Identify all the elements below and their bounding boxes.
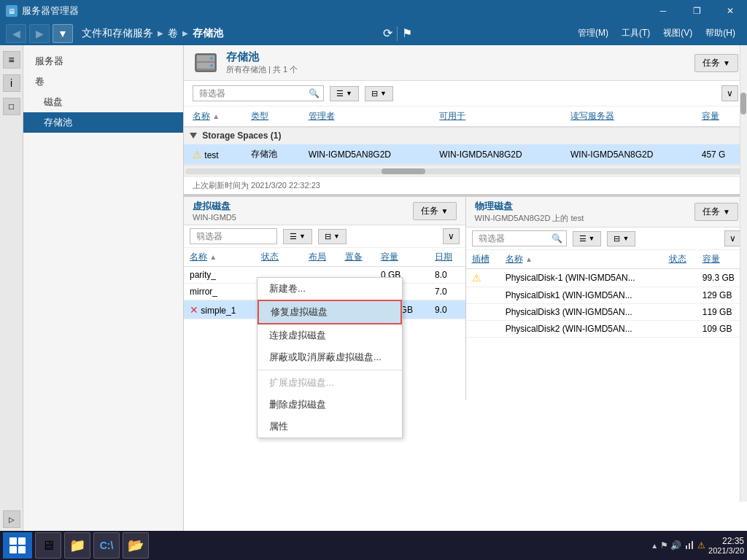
breadcrumb-item-2[interactable]: 卷 bbox=[168, 27, 178, 40]
vd-name-2: ✕ simple_1 bbox=[184, 300, 255, 319]
ctx-item-new-volume[interactable]: 新建卷... bbox=[258, 278, 402, 300]
breadcrumb-item-1[interactable]: 文件和存储服务 bbox=[82, 27, 153, 40]
pd-table-scroll[interactable]: 插槽 名称 ▲ 状态 容量 ⚠ PhysicalDisk-1 (WIN-IGMD… bbox=[466, 250, 748, 400]
vd-col-layout[interactable]: 状态 bbox=[255, 248, 303, 267]
taskbar-app-files[interactable]: 📂 bbox=[123, 532, 149, 559]
taskbar-app-explorer[interactable]: 🖥 bbox=[35, 532, 61, 559]
pd-list-btn[interactable]: ☰ ▼ bbox=[573, 231, 602, 246]
grid-btn-arrow: ▼ bbox=[380, 90, 387, 97]
section-subtitle: 所有存储池 | 共 1 个 bbox=[226, 64, 298, 75]
sidebar-icon-0[interactable]: ≡ bbox=[3, 51, 20, 69]
view-grid-btn[interactable]: ⊟ ▼ bbox=[365, 86, 393, 101]
pool-capacity: 457 G bbox=[693, 144, 747, 165]
svg-rect-6 bbox=[689, 543, 690, 549]
taskbar-app-cmd[interactable]: C:\ bbox=[93, 532, 120, 559]
taskbar-app-folder[interactable]: 📁 bbox=[64, 532, 90, 559]
sidebar-expand-btn[interactable]: ▷ bbox=[3, 510, 20, 528]
storage-pool-table-scroll[interactable]: 名称 ▲ 类型 管理者 可用于 读写服务器 容量 Storage S bbox=[184, 106, 747, 165]
breadcrumb-item-3[interactable]: 存储池 bbox=[193, 27, 223, 40]
pd-expand-btn[interactable]: ∨ bbox=[724, 230, 741, 246]
col-name[interactable]: 名称 ▲ bbox=[184, 106, 242, 127]
sidebar-item-storage-pool[interactable]: 存储池 bbox=[23, 112, 183, 133]
sidebar-item-server[interactable]: 服务器 bbox=[23, 51, 183, 71]
menu-manage[interactable]: 管理(M) bbox=[572, 24, 614, 42]
vd-col-name[interactable]: 名称 ▲ bbox=[184, 248, 255, 267]
pd-col-slot[interactable]: 插槽 bbox=[466, 250, 500, 269]
col-type[interactable]: 类型 bbox=[242, 106, 300, 127]
dropdown-button[interactable]: ▼ bbox=[53, 24, 73, 43]
menu-tools[interactable]: 工具(T) bbox=[616, 24, 656, 42]
vd-filter-input[interactable] bbox=[190, 228, 277, 244]
menu-bar: ◀ ▶ ▼ 文件和存储服务 ▶ 卷 ▶ 存储池 ⟳ ⚑ 管理(M) 工具(T) … bbox=[0, 22, 747, 45]
ctx-item-hide[interactable]: 屏蔽或取消屏蔽虚拟磁盘... bbox=[258, 346, 402, 368]
vd-col-provision2[interactable]: 置备 bbox=[339, 248, 375, 267]
ctx-item-properties[interactable]: 属性 bbox=[258, 416, 402, 438]
pd-col-name[interactable]: 名称 ▲ bbox=[500, 250, 663, 269]
pd-warn-icon-0: ⚠ bbox=[472, 272, 481, 284]
pd-title: 物理磁盘 bbox=[475, 200, 584, 213]
pd-row-1[interactable]: PhysicalDisk1 (WIN-IGMD5AN... 129 GB bbox=[466, 287, 748, 304]
view-list-btn[interactable]: ☰ ▼ bbox=[330, 86, 359, 101]
tasks-button[interactable]: 任务 ▼ bbox=[694, 54, 738, 72]
tray-flag-icon[interactable]: ⚑ bbox=[660, 540, 668, 551]
flag-icon[interactable]: ⚑ bbox=[402, 26, 412, 40]
group-expand-icon[interactable] bbox=[190, 133, 197, 139]
minimize-button[interactable]: ─ bbox=[646, 0, 680, 22]
virtual-disk-section: 虚拟磁盘 WIN-IGMD5 任务 ▼ ☰ ▼ bbox=[184, 197, 466, 400]
tray-up-arrow[interactable]: ▲ bbox=[651, 542, 658, 550]
vd-grid-btn[interactable]: ⊟ ▼ bbox=[318, 229, 347, 244]
pool-rw: WIN-IGMD5AN8G2D bbox=[562, 144, 693, 165]
menu-view[interactable]: 视图(V) bbox=[657, 24, 698, 42]
section-expand-btn[interactable]: ∨ bbox=[721, 85, 738, 101]
forward-button[interactable]: ▶ bbox=[29, 24, 50, 43]
ctx-item-connect[interactable]: 连接虚拟磁盘 bbox=[258, 324, 402, 346]
refresh-icon[interactable]: ⟳ bbox=[383, 26, 392, 40]
filter-input[interactable] bbox=[193, 85, 324, 101]
sidebar-item-volumes[interactable]: 卷 bbox=[23, 71, 183, 92]
vd-filter-bar: ☰ ▼ ⊟ ▼ ∨ bbox=[184, 225, 465, 248]
tray-speaker-icon[interactable]: 🔊 bbox=[670, 540, 681, 551]
scroll-thumb[interactable] bbox=[382, 168, 425, 174]
filter-bar: 🔍 ☰ ▼ ⊟ ▼ ∨ bbox=[184, 81, 747, 106]
vd-col-used[interactable]: 日期 bbox=[429, 248, 465, 267]
col-capacity[interactable]: 容量 bbox=[693, 106, 747, 127]
sidebar-icon-1[interactable]: i bbox=[3, 74, 20, 92]
ctx-item-delete[interactable]: 删除虚拟磁盘 bbox=[258, 394, 402, 416]
last-refresh: 上次刷新时间为 2021/3/20 22:32:23 bbox=[184, 176, 747, 194]
pd-row-0[interactable]: ⚠ PhysicalDisk-1 (WIN-IGMD5AN... 99.3 GB bbox=[466, 269, 748, 287]
col-available[interactable]: 可用于 bbox=[430, 106, 562, 127]
pd-col-status[interactable]: 状态 bbox=[663, 250, 697, 269]
pd-tasks-button[interactable]: 任务 ▼ bbox=[694, 203, 738, 221]
close-button[interactable]: ✕ bbox=[713, 0, 747, 22]
pd-row-2[interactable]: PhysicalDisk3 (WIN-IGMD5AN... 119 GB bbox=[466, 304, 748, 321]
grid-icon: ⊟ bbox=[371, 89, 378, 98]
physical-disk-table: 插槽 名称 ▲ 状态 容量 ⚠ PhysicalDisk-1 (WIN-IGMD… bbox=[466, 250, 748, 338]
col-rw-server[interactable]: 读写服务器 bbox=[562, 106, 693, 127]
vd-col-capacity[interactable]: 容量 bbox=[375, 248, 429, 267]
menu-help[interactable]: 帮助(H) bbox=[700, 24, 741, 42]
v-scrollbar[interactable] bbox=[740, 45, 747, 502]
vd-expand-btn[interactable]: ∨ bbox=[443, 228, 460, 244]
sidebar-item-disks[interactable]: 磁盘 bbox=[23, 92, 183, 112]
ctx-item-extend[interactable]: 扩展虚拟磁盘... bbox=[258, 372, 402, 394]
pd-grid-btn[interactable]: ⊟ ▼ bbox=[607, 231, 635, 246]
back-button[interactable]: ◀ bbox=[6, 24, 26, 43]
sidebar-icon-2[interactable]: □ bbox=[3, 98, 20, 115]
vd-subtitle: WIN-IGMD5 bbox=[193, 213, 236, 222]
table-row[interactable]: ⚠ test 存储池 WIN-IGMD5AN8G2D WIN-IGMD5AN8G… bbox=[184, 144, 747, 165]
time-display[interactable]: 22:35 2021/3/20 bbox=[708, 536, 744, 555]
svg-point-3 bbox=[210, 57, 213, 60]
start-button[interactable] bbox=[3, 532, 32, 559]
tray-network-icon[interactable] bbox=[684, 540, 695, 552]
restore-button[interactable]: ❐ bbox=[680, 0, 713, 22]
v-scroll-thumb[interactable] bbox=[740, 93, 746, 114]
ctx-item-repair[interactable]: 修复虚拟磁盘 bbox=[258, 300, 402, 324]
tray-warning-icon[interactable]: ⚠ bbox=[697, 540, 705, 551]
col-manager[interactable]: 管理者 bbox=[300, 106, 431, 127]
h-scrollbar[interactable] bbox=[184, 165, 747, 176]
vd-tasks-button[interactable]: 任务 ▼ bbox=[413, 202, 457, 220]
pd-row-3[interactable]: PhysicalDisk2 (WIN-IGMD5AN... 109 GB bbox=[466, 321, 748, 338]
vd-list-btn[interactable]: ☰ ▼ bbox=[283, 229, 312, 244]
vd-col-provision[interactable]: 布局 bbox=[303, 248, 338, 267]
pd-filter-bar: 🔍 ☰ ▼ ⊟ ▼ ∨ bbox=[466, 228, 748, 250]
